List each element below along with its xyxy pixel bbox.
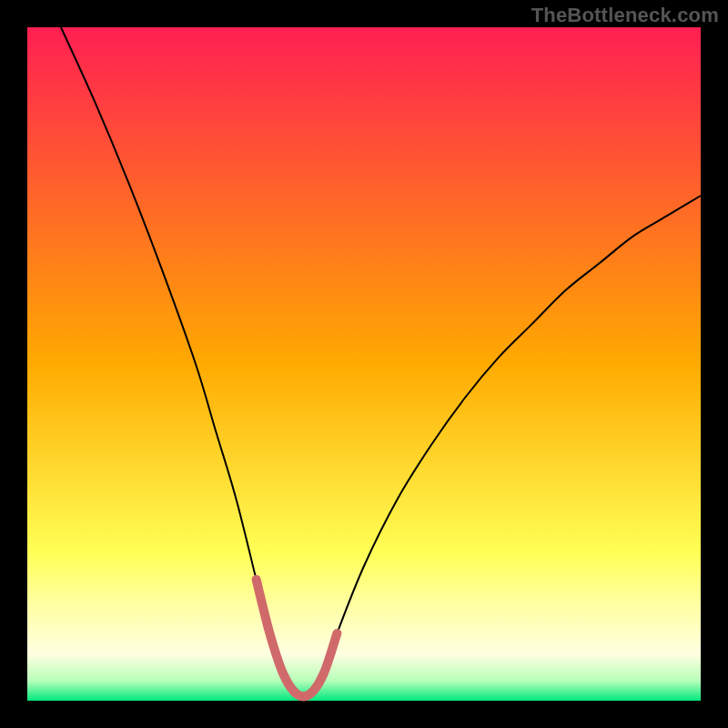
bottleneck-chart — [0, 0, 728, 728]
plot-background — [27, 27, 701, 701]
chart-frame: TheBottleneck.com — [0, 0, 728, 728]
